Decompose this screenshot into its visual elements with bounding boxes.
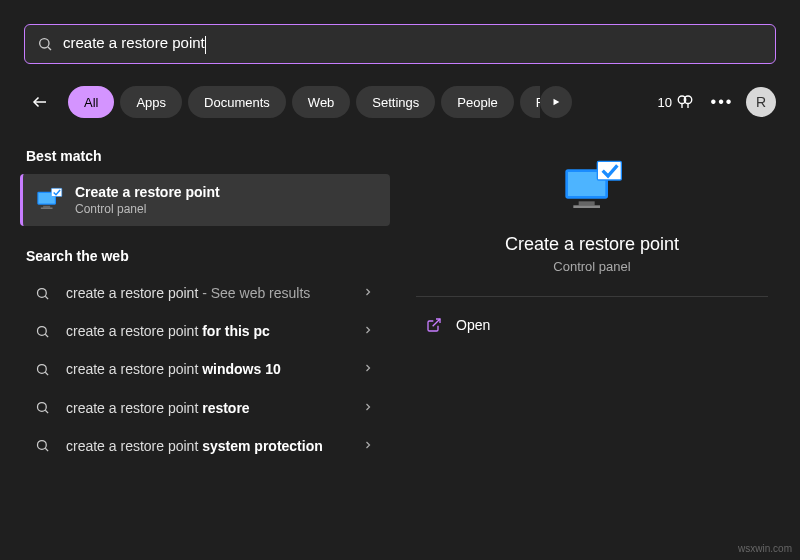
avatar[interactable]: R (746, 87, 776, 117)
search-icon (32, 362, 52, 377)
monitor-check-icon (560, 156, 624, 220)
svg-point-13 (37, 288, 46, 297)
filter-row: AllAppsDocumentsWebSettingsPeopleFolders… (24, 84, 776, 120)
divider (416, 296, 768, 297)
web-result[interactable]: create a restore point system protection (20, 427, 390, 465)
best-match-title: Create a restore point (75, 184, 220, 200)
open-external-icon (426, 317, 442, 333)
svg-point-15 (37, 326, 46, 335)
svg-line-20 (45, 410, 48, 413)
svg-rect-12 (51, 188, 62, 196)
preview-panel: Create a restore point Control panel Ope… (408, 140, 776, 345)
filter-pill-all[interactable]: All (68, 86, 114, 118)
web-result[interactable]: create a restore point - See web results (20, 274, 390, 312)
search-icon (37, 36, 53, 52)
chevron-right-icon (362, 399, 378, 417)
svg-marker-3 (554, 99, 560, 106)
web-result[interactable]: create a restore point restore (20, 389, 390, 427)
web-result[interactable]: create a restore point windows 10 (20, 350, 390, 388)
svg-line-16 (45, 334, 48, 337)
search-icon (32, 324, 52, 339)
web-result-text: create a restore point system protection (66, 437, 362, 455)
monitor-check-icon (35, 186, 63, 214)
svg-point-19 (37, 403, 46, 412)
watermark: wsxwin.com (738, 543, 792, 554)
svg-line-18 (45, 372, 48, 375)
svg-line-1 (48, 47, 51, 50)
svg-line-22 (45, 449, 48, 452)
web-result-text: create a restore point for this pc (66, 322, 362, 340)
svg-point-21 (37, 441, 46, 450)
filter-pill-folders[interactable]: Folders (520, 86, 540, 118)
best-match-subtitle: Control panel (75, 202, 220, 216)
search-icon (32, 286, 52, 301)
chevron-right-icon (362, 360, 378, 378)
filter-pill-people[interactable]: People (441, 86, 513, 118)
svg-rect-26 (573, 205, 600, 208)
web-result[interactable]: create a restore point for this pc (20, 312, 390, 350)
web-result-text: create a restore point windows 10 (66, 360, 362, 378)
best-match-item[interactable]: Create a restore point Control panel (20, 174, 390, 226)
best-match-header: Best match (26, 148, 390, 164)
search-web-header: Search the web (26, 248, 390, 264)
svg-line-14 (45, 296, 48, 299)
filter-pill-apps[interactable]: Apps (120, 86, 182, 118)
action-open[interactable]: Open (408, 305, 776, 345)
chevron-right-icon (362, 322, 378, 340)
preview-subtitle: Control panel (408, 259, 776, 274)
svg-rect-27 (597, 161, 621, 180)
results-column: Best match Create a restore point Contro… (20, 140, 390, 465)
search-bar[interactable]: create a restore point (24, 24, 776, 64)
search-input[interactable]: create a restore point (63, 34, 763, 53)
search-icon (32, 438, 52, 453)
back-button[interactable] (24, 86, 56, 118)
chevron-right-icon (362, 284, 378, 302)
more-button[interactable]: ••• (708, 93, 736, 111)
filter-pill-web[interactable]: Web (292, 86, 351, 118)
filter-scroll-right[interactable] (540, 86, 572, 118)
svg-line-28 (433, 319, 440, 326)
svg-point-0 (40, 39, 49, 48)
svg-rect-10 (43, 206, 50, 208)
svg-rect-25 (579, 201, 595, 205)
svg-rect-11 (41, 208, 53, 209)
web-result-text: create a restore point restore (66, 399, 362, 417)
filter-pill-documents[interactable]: Documents (188, 86, 286, 118)
search-icon (32, 400, 52, 415)
preview-title: Create a restore point (408, 234, 776, 255)
chevron-right-icon (362, 437, 378, 455)
filter-pill-settings[interactable]: Settings (356, 86, 435, 118)
web-result-text: create a restore point - See web results (66, 284, 362, 302)
rewards-badge[interactable]: 10 (658, 93, 694, 111)
svg-point-17 (37, 364, 46, 373)
